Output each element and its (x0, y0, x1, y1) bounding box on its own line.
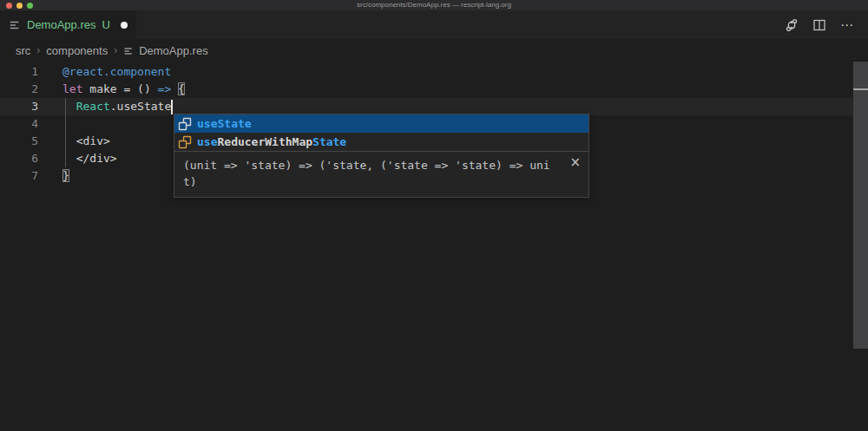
code-line-2[interactable]: 2let make = () => { (0, 81, 868, 98)
line-number: 6 (0, 150, 38, 167)
compare-changes-icon[interactable] (785, 18, 799, 32)
suggest-list: useStateuseReducerWithMapState (174, 114, 589, 151)
suggest-item-usereducerwithmapstate[interactable]: useReducerWithMapState (174, 133, 589, 151)
tab-bar: DemoApp.res U ⋯ (0, 10, 868, 39)
line-number: 5 (0, 133, 38, 150)
breadcrumb: src›components›DemoApp.res (0, 39, 868, 62)
suggest-widget: useStateuseReducerWithMapState (unit => … (174, 114, 589, 198)
modified-dot-icon[interactable] (121, 22, 128, 29)
suggest-item-label: useReducerWithMapState (197, 135, 346, 148)
line-number: 4 (0, 115, 38, 133)
code-line-3[interactable]: 3 React.useState (0, 98, 868, 115)
line-number: 7 (0, 167, 38, 185)
file-lines-icon (123, 46, 134, 56)
git-status-badge: U (102, 18, 109, 31)
code-line-1[interactable]: 1@react.component (0, 63, 868, 81)
editor[interactable]: 1@react.component2let make = () => {3 Re… (0, 62, 868, 431)
tab-demoapp[interactable]: DemoApp.res U (0, 10, 136, 39)
line-number: 1 (0, 63, 38, 81)
line-number: 3 (0, 98, 38, 115)
indent-guide (65, 98, 66, 167)
symbol-value-icon (178, 135, 192, 149)
close-icon[interactable]: × (569, 156, 581, 169)
suggest-docs-text: (unit => 'state) => ('state, ('state => … (183, 157, 553, 190)
code-text: <div> (62, 133, 110, 150)
suggest-docs: (unit => 'state) => ('state, ('state => … (174, 151, 589, 197)
more-actions-icon[interactable]: ⋯ (840, 21, 854, 29)
code-text: } (62, 167, 69, 185)
titlebar: src/components/DemoApp.res — rescript-la… (0, 0, 868, 10)
chevron-right-icon: › (36, 44, 40, 56)
overview-ruler-cursor-marker (853, 88, 868, 90)
tab-label: DemoApp.res (27, 18, 95, 31)
breadcrumb-item-src[interactable]: src (16, 44, 30, 57)
suggest-item-label: useState (197, 117, 252, 130)
breadcrumb-item-demoapp-res[interactable]: DemoApp.res (139, 44, 207, 57)
window-title: src/components/DemoApp.res — rescript-la… (0, 0, 868, 10)
file-lines-icon (9, 19, 21, 31)
code-text: @react.component (62, 63, 171, 81)
symbol-value-icon (178, 117, 192, 131)
code-text: React.useState (62, 98, 173, 115)
editor-actions: ⋯ (785, 10, 868, 39)
breadcrumb-item-components[interactable]: components (46, 44, 108, 57)
code-text: </div> (62, 150, 117, 167)
suggest-item-usestate[interactable]: useState (174, 114, 589, 133)
scrollbar-thumb[interactable] (853, 62, 868, 349)
chevron-right-icon: › (114, 44, 117, 56)
text-cursor (171, 100, 173, 114)
code-text: let make = () => { (62, 81, 185, 98)
line-number: 2 (0, 81, 38, 98)
vertical-scrollbar[interactable] (853, 62, 868, 431)
split-editor-icon[interactable] (812, 18, 826, 32)
